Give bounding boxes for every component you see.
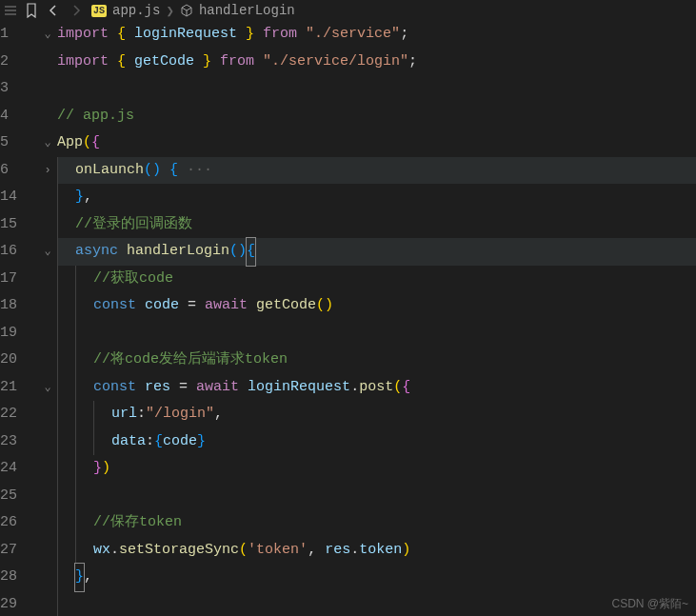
code-line[interactable]: url:"/login",	[57, 401, 696, 428]
code-line[interactable]	[57, 320, 696, 348]
line-number: 2	[0, 49, 32, 76]
fold-toggle	[42, 564, 57, 591]
line-number: 20	[0, 347, 32, 374]
breadcrumb-file[interactable]: app.js	[112, 3, 160, 18]
code-line[interactable]: onLaunch() { ···	[57, 157, 696, 185]
indent-guide	[75, 537, 93, 565]
line-number: 15	[0, 211, 32, 239]
indent-guide	[93, 428, 111, 456]
fold-toggle	[42, 401, 57, 428]
fold-toggle[interactable]: ⌄	[42, 129, 57, 157]
menu-icon[interactable]	[4, 4, 17, 17]
line-number: 28	[0, 564, 32, 591]
code-line[interactable]: const res = await loginRequest.post({	[57, 374, 696, 402]
code-area[interactable]: import { loginRequest } from "./service"…	[57, 21, 696, 616]
line-number: 19	[0, 320, 32, 348]
indent-guide	[75, 401, 93, 428]
breadcrumb-symbol[interactable]: handlerLogin	[199, 3, 295, 18]
indent-guide	[57, 211, 75, 239]
code-line[interactable]: //获取code	[57, 266, 696, 293]
code-line[interactable]: //将code发给后端请求token	[57, 347, 696, 374]
line-number: 24	[0, 455, 32, 483]
fold-toggle	[42, 483, 57, 510]
code-line[interactable]: async handlerLogin(){	[57, 238, 696, 266]
indent-guide	[57, 320, 75, 348]
breadcrumb[interactable]: JS app.js ❯ handlerLogin	[91, 3, 295, 19]
code-line[interactable]: import { loginRequest } from "./service"…	[57, 21, 696, 49]
line-number: 4	[0, 103, 32, 130]
line-number: 29	[0, 591, 32, 617]
code-line[interactable]: App({	[57, 129, 696, 157]
indent-guide	[75, 428, 93, 456]
line-number: 23	[0, 428, 32, 456]
indent-guide	[57, 509, 75, 537]
indent-guide	[57, 292, 75, 320]
code-line[interactable]: wx.setStorageSync('token', res.token)	[57, 537, 696, 565]
line-number: 5	[0, 129, 32, 157]
fold-toggle	[42, 211, 57, 239]
indent-guide	[93, 401, 111, 428]
code-line[interactable]	[57, 75, 696, 103]
indent-guide	[57, 591, 75, 617]
line-number: 6	[0, 157, 32, 185]
fold-toggle	[42, 591, 57, 617]
fold-toggle[interactable]: ›	[42, 157, 57, 185]
code-line[interactable]: })	[57, 455, 696, 483]
top-bar: JS app.js ❯ handlerLogin	[0, 0, 696, 21]
indent-guide	[57, 428, 75, 456]
line-number: 25	[0, 483, 32, 510]
cube-icon	[180, 4, 193, 17]
fold-toggle	[42, 49, 57, 76]
indent-guide	[57, 238, 75, 266]
indent-guide	[57, 374, 75, 402]
code-line[interactable]: //保存token	[57, 509, 696, 537]
indent-guide	[75, 266, 93, 293]
fold-toggle	[42, 320, 57, 348]
indent-guide	[75, 509, 93, 537]
chevron-right-icon: ❯	[166, 3, 173, 19]
fold-toggle	[42, 292, 57, 320]
indent-guide	[75, 455, 93, 483]
code-line[interactable]	[57, 483, 696, 510]
line-number: 27	[0, 537, 32, 565]
fold-toggle	[42, 266, 57, 293]
nav-forward-icon[interactable]	[69, 3, 84, 18]
indent-guide	[75, 374, 93, 402]
indent-guide	[57, 455, 75, 483]
fold-toggle	[42, 347, 57, 374]
indent-guide	[57, 347, 75, 374]
fold-gutter[interactable]: ⌄⌄›⌄⌄	[42, 21, 57, 616]
code-line[interactable]: },	[57, 564, 696, 591]
bookmark-icon[interactable]	[25, 3, 38, 18]
fold-toggle[interactable]: ⌄	[42, 238, 57, 266]
code-line[interactable]: // app.js	[57, 103, 696, 130]
fold-toggle	[42, 455, 57, 483]
line-number-gutter: 12345614151617181920212223242526272829	[0, 21, 42, 616]
line-number: 21	[0, 374, 32, 402]
line-number: 14	[0, 184, 32, 211]
line-number: 26	[0, 509, 32, 537]
watermark: CSDN @紫陌~	[611, 596, 688, 612]
code-line[interactable]: import { getCode } from "./service/login…	[57, 49, 696, 76]
code-line[interactable]: data:{code}	[57, 428, 696, 456]
fold-toggle	[42, 75, 57, 103]
indent-guide	[57, 401, 75, 428]
line-number: 16	[0, 238, 32, 266]
code-line[interactable]	[57, 591, 696, 617]
fold-toggle	[42, 184, 57, 211]
fold-toggle	[42, 103, 57, 130]
editor[interactable]: 12345614151617181920212223242526272829 ⌄…	[0, 21, 696, 616]
code-line[interactable]: //登录的回调函数	[57, 211, 696, 239]
fold-toggle[interactable]: ⌄	[42, 21, 57, 49]
fold-toggle	[42, 537, 57, 565]
nav-back-icon[interactable]	[46, 3, 61, 18]
indent-guide	[75, 483, 93, 510]
fold-toggle	[42, 509, 57, 537]
file-badge: JS	[91, 5, 107, 17]
line-number: 18	[0, 292, 32, 320]
code-line[interactable]: },	[57, 184, 696, 211]
code-line[interactable]: const code = await getCode()	[57, 292, 696, 320]
indent-guide	[57, 564, 75, 591]
fold-toggle[interactable]: ⌄	[42, 374, 57, 402]
indent-guide	[57, 184, 75, 211]
